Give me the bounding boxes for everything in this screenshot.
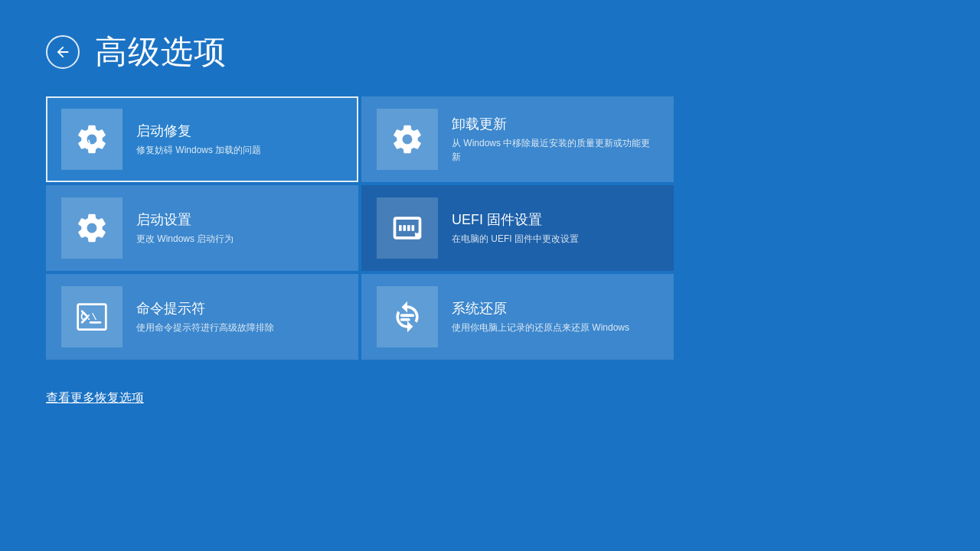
back-button[interactable] <box>46 35 80 69</box>
tile-title-startup-settings: 启动设置 <box>136 210 234 229</box>
more-recovery-link[interactable]: 查看更多恢复选项 <box>46 390 934 406</box>
tile-title-uninstall-updates: 卸载更新 <box>452 115 658 133</box>
tile-desc-command-prompt: 使用命令提示符进行高级故障排除 <box>136 321 274 334</box>
page-title: 高级选项 <box>95 31 227 73</box>
tile-desc-startup-repair: 修复妨碍 Windows 加载的问题 <box>136 143 261 157</box>
tile-text-startup-repair: 启动修复 修复妨碍 Windows 加载的问题 <box>136 122 261 157</box>
tile-title-system-restore: 系统还原 <box>452 299 629 318</box>
tile-text-system-restore: 系统还原 使用你电脑上记录的还原点来还原 Windows <box>452 299 629 334</box>
tile-icon-startup-repair: ⟨⟩ <box>61 109 122 170</box>
tile-startup-settings[interactable]: 启动设置 更改 Windows 启动行为 <box>46 185 358 271</box>
svg-text:⟨⟩: ⟨⟩ <box>83 139 91 150</box>
tile-desc-uninstall-updates: 从 Windows 中移除最近安装的质量更新或功能更新 <box>452 136 658 164</box>
tile-system-restore[interactable]: 系统还原 使用你电脑上记录的还原点来还原 Windows <box>361 274 674 360</box>
tile-icon-uefi-firmware <box>377 197 438 259</box>
tile-icon-system-restore <box>377 286 438 347</box>
svg-rect-6 <box>400 318 410 321</box>
cmd-icon: C:\ <box>75 300 109 334</box>
uefi-icon <box>390 211 424 245</box>
restore-icon <box>390 300 424 334</box>
tile-desc-uefi-firmware: 在电脑的 UEFI 固件中更改设置 <box>452 232 579 246</box>
tile-startup-repair[interactable]: ⟨⟩ 启动修复 修复妨碍 Windows 加载的问题 <box>46 96 358 182</box>
tile-text-uefi-firmware: UEFI 固件设置 在电脑的 UEFI 固件中更改设置 <box>452 210 579 246</box>
svg-text:C:\: C:\ <box>80 312 96 323</box>
tile-icon-uninstall-updates <box>377 109 438 170</box>
options-grid: ⟨⟩ 启动修复 修复妨碍 Windows 加载的问题 卸载更新 从 Window… <box>46 96 674 360</box>
tile-desc-system-restore: 使用你电脑上记录的还原点来还原 Windows <box>452 321 629 334</box>
gear-wrench-icon: ⟨⟩ <box>75 122 109 156</box>
tile-title-startup-repair: 启动修复 <box>136 122 261 140</box>
gear-icon <box>390 122 424 156</box>
tile-text-uninstall-updates: 卸载更新 从 Windows 中移除最近安装的质量更新或功能更新 <box>452 115 658 164</box>
tile-title-uefi-firmware: UEFI 固件设置 <box>452 210 579 229</box>
tile-icon-startup-settings <box>61 197 122 259</box>
header: 高级选项 <box>46 31 934 73</box>
tile-uninstall-updates[interactable]: 卸载更新 从 Windows 中移除最近安装的质量更新或功能更新 <box>361 96 674 182</box>
tile-command-prompt[interactable]: C:\ 命令提示符 使用命令提示符进行高级故障排除 <box>46 274 358 360</box>
tile-text-startup-settings: 启动设置 更改 Windows 启动行为 <box>136 210 234 246</box>
settings-icon <box>75 211 109 245</box>
back-icon <box>54 44 71 60</box>
advanced-options-page: 高级选项 ⟨⟩ 启动修复 修复妨碍 Windows 加载的问题 <box>0 0 980 551</box>
tile-icon-command-prompt: C:\ <box>61 286 122 347</box>
tile-text-command-prompt: 命令提示符 使用命令提示符进行高级故障排除 <box>136 299 274 334</box>
tile-title-command-prompt: 命令提示符 <box>136 299 274 318</box>
svg-rect-5 <box>400 314 414 317</box>
tile-desc-startup-settings: 更改 Windows 启动行为 <box>136 232 234 246</box>
tile-uefi-firmware[interactable]: UEFI 固件设置 在电脑的 UEFI 固件中更改设置 <box>361 185 674 271</box>
